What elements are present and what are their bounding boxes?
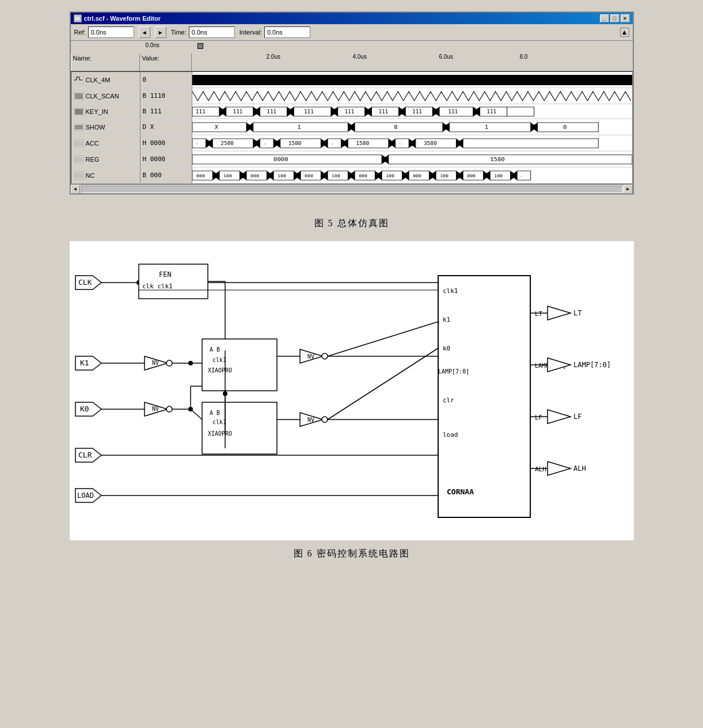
waveform-area: Name: Value: 2.0us 4.0us 6.0us 8.0 CLK_4… — [71, 54, 633, 193]
ref-group: Ref: — [74, 26, 134, 38]
signal-row-keyin: KEY_IN B 111 111 111 11 — [71, 104, 632, 119]
time-marker-row: 0.0ns — [71, 41, 633, 54]
svg-text:ALH: ALH — [573, 464, 586, 472]
interval-label: Interval: — [240, 29, 262, 36]
waveform-clkscan — [192, 88, 632, 104]
svg-text:k0: k0 — [443, 345, 450, 352]
svg-text:111: 111 — [195, 109, 205, 114]
time-mark-4us: 4.0us — [353, 54, 367, 60]
signal-row-show: SHOW D X X 1 8 — [71, 119, 632, 135]
svg-text:-: - — [398, 141, 401, 146]
signal-label-clk4m: CLK_4M — [86, 77, 111, 83]
signal-label-show: SHOW — [86, 124, 105, 131]
scroll-arrow-up[interactable]: ▲ — [620, 28, 629, 37]
svg-point-215 — [322, 417, 328, 422]
svg-point-175 — [166, 360, 172, 366]
svg-text:100: 100 — [386, 173, 394, 178]
step-back-button[interactable]: ◄ — [139, 26, 150, 38]
svg-text:111: 111 — [303, 109, 313, 114]
svg-text:X: X — [214, 124, 218, 129]
signal-value-keyin: B 111 — [140, 104, 192, 119]
svg-text:1: 1 — [297, 124, 301, 129]
interval-input[interactable] — [264, 26, 310, 38]
time-mark-8us: 8.0 — [520, 54, 528, 60]
signal-name-clkscan: CLK_SCAN — [71, 88, 140, 104]
nc-wave: 000 100 000 100 — [192, 169, 632, 182]
svg-text:-: - — [519, 173, 522, 178]
scroll-track[interactable] — [81, 186, 622, 193]
svg-text:FEN: FEN — [159, 270, 172, 279]
svg-text:clk1: clk1 — [443, 287, 458, 295]
svg-text:-: - — [195, 141, 198, 146]
timeline-area — [193, 42, 633, 54]
svg-text:LOAD: LOAD — [77, 491, 94, 500]
svg-text:LAMP[7:0]: LAMP[7:0] — [573, 361, 611, 369]
waveform-acc: - 2580 - 1580 — [192, 135, 632, 151]
signal-value-clkscan: B 1110 — [140, 88, 192, 104]
maximize-button[interactable]: □ — [610, 14, 620, 22]
signal-row-reg: REG H 0000 0000 1580 — [71, 151, 632, 167]
time-label: Time: — [171, 29, 187, 36]
signal-icon-clk4m — [74, 76, 84, 84]
title-bar: W ctrl.scf - Waveform Editor _ □ × — [71, 13, 633, 24]
signal-label-keyin: KEY_IN — [86, 108, 108, 115]
time-input[interactable] — [189, 26, 235, 38]
signal-value-reg: H 0000 — [140, 151, 192, 167]
svg-rect-99 — [463, 139, 598, 148]
svg-text:k1: k1 — [443, 316, 450, 323]
svg-text:1580: 1580 — [288, 140, 301, 146]
signal-label-nc: NC — [86, 172, 95, 179]
svg-rect-59 — [449, 123, 530, 132]
svg-text:8: 8 — [394, 124, 397, 129]
svg-text:K0: K0 — [80, 405, 89, 413]
close-button[interactable]: × — [621, 14, 630, 22]
svg-text:K1: K1 — [80, 359, 89, 367]
signal-value-acc: H 0000 — [140, 135, 192, 151]
svg-text:000: 000 — [359, 173, 367, 178]
signal-row-clkscan: CLK_SCAN B 1110 — [71, 88, 632, 104]
svg-text:100: 100 — [332, 173, 340, 178]
step-forward-button[interactable]: ► — [155, 26, 166, 38]
cursor-marker — [197, 43, 203, 49]
svg-text:3580: 3580 — [423, 140, 436, 146]
window-title: ctrl.scf - Waveform Editor — [84, 15, 161, 22]
svg-text:load: load — [443, 431, 458, 439]
cursor-time-label: 0.0ns — [71, 42, 193, 54]
svg-text:-: - — [263, 141, 266, 146]
svg-rect-47 — [192, 123, 246, 132]
svg-rect-46 — [75, 125, 83, 129]
title-bar-left: W ctrl.scf - Waveform Editor — [74, 14, 161, 22]
scroll-left-button[interactable]: ◄ — [71, 185, 80, 194]
svg-point-181 — [166, 406, 172, 412]
figure6-caption: 图 6 密码控制系统电路图 — [294, 548, 410, 560]
svg-text:XIAOPRO: XIAOPRO — [208, 430, 232, 437]
svg-text:CORNAA: CORNAA — [447, 487, 474, 496]
signal-name-acc: ACC — [71, 135, 140, 151]
waveform-signal-rows: CLK_4M 0 CLK_SCAN B 1110 — [71, 71, 633, 184]
svg-text:NV: NV — [152, 406, 159, 412]
waveform-nc: 000 100 000 100 — [192, 167, 632, 183]
signal-label-reg: REG — [86, 156, 100, 163]
ref-label: Ref: — [74, 29, 86, 36]
scroll-right-button[interactable]: ► — [624, 185, 633, 194]
signal-row-clk4m: CLK_4M 0 — [71, 72, 632, 88]
svg-text:clr: clr — [443, 397, 454, 404]
svg-text:111: 111 — [487, 109, 496, 114]
minimize-button[interactable]: _ — [600, 14, 609, 22]
signal-icon-acc — [74, 139, 84, 147]
waveform-reg: 0000 1580 — [192, 151, 632, 167]
svg-text:NV: NV — [152, 360, 159, 366]
svg-text:CLK: CLK — [78, 278, 92, 287]
svg-text:100: 100 — [494, 173, 503, 178]
signal-value-nc: B 000 — [140, 167, 192, 183]
svg-rect-166 — [139, 264, 208, 299]
ref-input[interactable] — [88, 26, 134, 38]
signal-label-clkscan: CLK_SCAN — [86, 93, 119, 100]
svg-text:clk1: clk1 — [212, 357, 226, 363]
svg-text:clk  clk1: clk clk1 — [142, 283, 173, 290]
svg-rect-106 — [388, 155, 632, 164]
interval-group: Interval: — [240, 26, 310, 38]
svg-text:000: 000 — [305, 173, 313, 178]
signal-name-nc: NC — [71, 167, 140, 183]
circuit-svg: CLK FEN clk clk1 K1 NV K0 NV CLR — [70, 241, 634, 540]
